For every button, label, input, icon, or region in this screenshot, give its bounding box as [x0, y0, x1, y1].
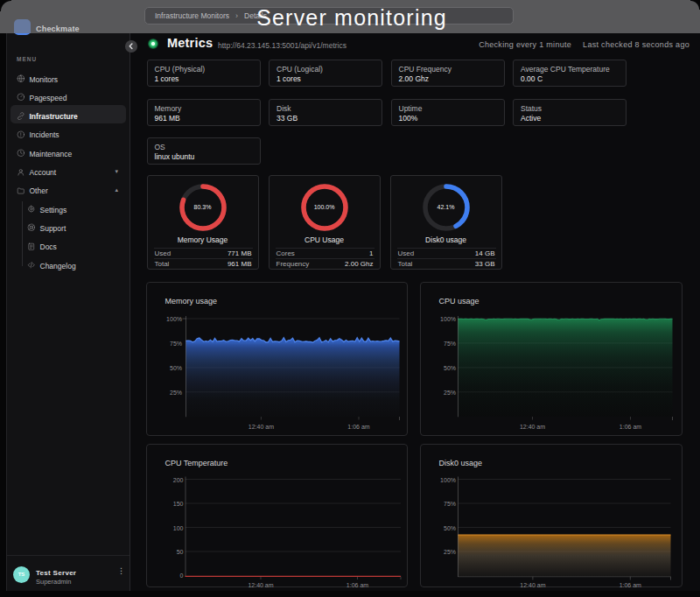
svg-text:12:40 am: 12:40 am [519, 424, 544, 430]
svg-text:100: 100 [172, 525, 183, 531]
svg-text:100%: 100% [440, 477, 456, 483]
svg-text:0: 0 [179, 572, 183, 579]
svg-text:25%: 25% [443, 390, 455, 396]
svg-text:150: 150 [172, 501, 183, 507]
svg-text:75%: 75% [169, 341, 181, 347]
svg-text:75%: 75% [443, 341, 455, 347]
svg-text:1:06 am: 1:06 am [619, 424, 640, 430]
svg-text:50%: 50% [443, 365, 455, 371]
svg-text:1:06 am: 1:06 am [346, 582, 368, 588]
svg-text:50%: 50% [443, 525, 455, 531]
svg-text:100%: 100% [166, 316, 182, 322]
svg-text:1:06 am: 1:06 am [619, 582, 640, 588]
svg-text:12:40 am: 12:40 am [520, 582, 545, 588]
svg-text:50%: 50% [169, 365, 181, 371]
svg-text:12:40 am: 12:40 am [248, 424, 273, 430]
svg-text:1:06 am: 1:06 am [347, 424, 369, 430]
svg-text:25%: 25% [169, 390, 181, 396]
svg-text:200: 200 [172, 477, 183, 483]
svg-text:75%: 75% [443, 501, 455, 507]
svg-text:25%: 25% [443, 549, 455, 555]
svg-text:12:40 am: 12:40 am [248, 582, 273, 588]
svg-text:50: 50 [176, 549, 183, 555]
svg-text:100%: 100% [440, 316, 456, 322]
